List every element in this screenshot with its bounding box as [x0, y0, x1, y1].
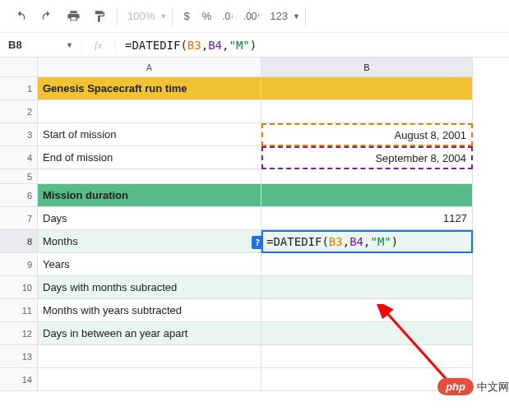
cell-A5[interactable] [38, 169, 261, 184]
redo-icon[interactable] [35, 5, 59, 28]
cell-B3[interactable]: August 8, 2001 [261, 123, 473, 146]
paint-format-icon[interactable] [87, 5, 112, 28]
more-formats-dropdown[interactable]: 123 [265, 10, 293, 22]
cell-B11[interactable] [261, 299, 473, 322]
cell-B7[interactable]: 1127 [261, 207, 473, 230]
cell-A11[interactable]: Months with years subtracted [38, 299, 261, 322]
currency-icon[interactable]: $ [178, 5, 196, 28]
cell-A1[interactable]: Genesis Spacecraft run time [38, 77, 261, 100]
chevron-down-icon: ▼ [66, 41, 73, 49]
cell-B5[interactable] [261, 169, 473, 184]
row-header[interactable]: 9 [0, 253, 38, 276]
row-header[interactable]: 12 [0, 322, 38, 345]
chevron-down-icon: ▼ [160, 12, 167, 21]
cell-A6[interactable]: Mission duration [38, 184, 261, 207]
cell-B4[interactable]: September 8, 2004 [261, 146, 473, 169]
percent-icon[interactable]: % [197, 5, 215, 28]
cell-A8[interactable]: Months [38, 230, 261, 253]
cell-A3[interactable]: Start of mission [38, 123, 261, 146]
cell-A4[interactable]: End of mission [38, 146, 261, 169]
decrease-decimal-icon[interactable]: .0↓ [217, 5, 238, 28]
cell-B13[interactable] [261, 345, 473, 368]
row-header[interactable]: 3 [0, 123, 38, 146]
cell-A2[interactable] [38, 100, 261, 123]
formula-bar[interactable]: =DATEDIF(B3, B4,"M") [115, 39, 509, 52]
row-header[interactable]: 4 [0, 146, 38, 169]
zoom-dropdown[interactable]: 100% [123, 10, 160, 22]
cell-B12[interactable] [261, 322, 473, 345]
cell-A10[interactable]: Days with months subracted [38, 276, 261, 299]
formula-help-chip[interactable]: ? [252, 236, 263, 249]
row-header[interactable]: 13 [0, 345, 38, 368]
select-all-corner[interactable] [0, 58, 38, 77]
columns: A Genesis Spacecraft run time Start of m… [38, 58, 509, 391]
fx-icon: fx [82, 39, 115, 52]
cell-A13[interactable] [38, 345, 261, 368]
row-header[interactable]: 2 [0, 100, 38, 123]
print-icon[interactable] [61, 5, 86, 28]
separator [305, 7, 306, 25]
name-box[interactable]: B8 ▼ [0, 39, 82, 51]
chevron-down-icon: ▼ [293, 12, 300, 21]
spreadsheet-grid: 1 2 3 4 5 6 7 8 9 10 11 12 13 14 A Genes… [0, 58, 509, 391]
column-A: A Genesis Spacecraft run time Start of m… [38, 58, 261, 391]
column-B: B August 8, 2001 September 8, 2004 1127 … [261, 58, 473, 391]
undo-icon[interactable] [8, 5, 33, 28]
row-header[interactable]: 5 [0, 169, 38, 184]
toolbar: 100% ▼ $ % .0↓ .00↑ 123 ▼ [0, 0, 509, 33]
row-header[interactable]: 8 [0, 230, 38, 253]
cell-A14[interactable] [38, 368, 261, 391]
cell-B8-active[interactable]: ? =DATEDIF(B3, B4,"M") [261, 230, 473, 253]
cell-B6[interactable] [261, 184, 473, 207]
cell-B9[interactable] [261, 253, 473, 276]
row-header[interactable]: 10 [0, 276, 38, 299]
row-header[interactable]: 14 [0, 368, 38, 391]
formula-text: =DATEDIF( [125, 39, 187, 52]
name-box-value: B8 [8, 39, 22, 51]
row-header[interactable]: 1 [0, 77, 38, 100]
cell-B2[interactable] [261, 100, 473, 123]
row-header[interactable]: 11 [0, 299, 38, 322]
formula-row: B8 ▼ fx =DATEDIF(B3, B4,"M") [0, 33, 509, 58]
watermark: php 中文网 [437, 378, 509, 395]
watermark-logo: php [437, 378, 474, 395]
cell-B1[interactable] [261, 77, 473, 100]
cell-A12[interactable]: Days in between an year apart [38, 322, 261, 345]
row-headers: 1 2 3 4 5 6 7 8 9 10 11 12 13 14 [0, 58, 38, 391]
column-header[interactable]: A [38, 58, 261, 77]
row-header[interactable]: 6 [0, 184, 38, 207]
row-header[interactable]: 7 [0, 207, 38, 230]
separator [117, 7, 118, 25]
increase-decimal-icon[interactable]: .00↑ [240, 5, 263, 28]
cell-B10[interactable] [261, 276, 473, 299]
separator [172, 7, 173, 25]
cell-A7[interactable]: Days [38, 207, 261, 230]
watermark-text: 中文网 [477, 380, 509, 395]
column-header[interactable]: B [261, 58, 473, 77]
cell-A9[interactable]: Years [38, 253, 261, 276]
